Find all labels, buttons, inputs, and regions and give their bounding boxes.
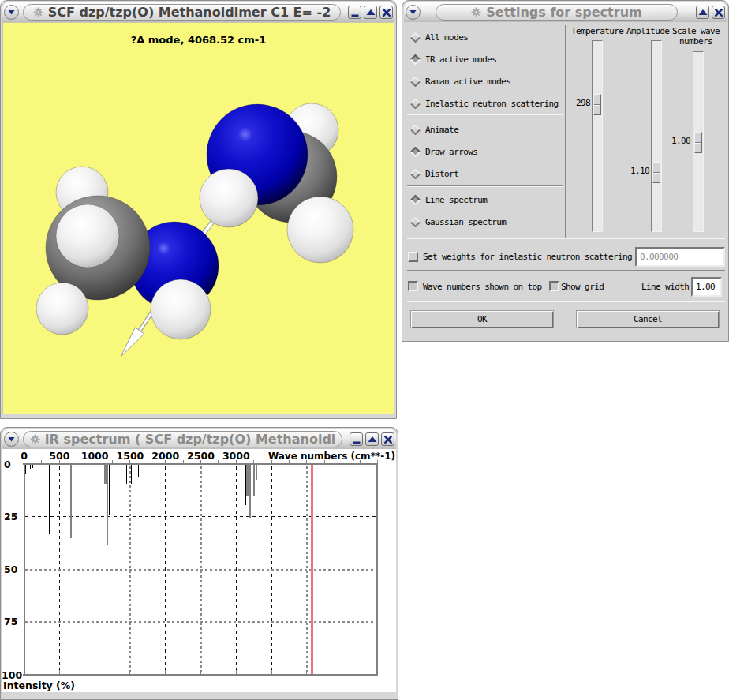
window-menu-button[interactable] bbox=[4, 432, 19, 447]
spectrum-titlebar[interactable]: IR spectrum ( SCF dzp/tzp(O) Methanoldi bbox=[2, 429, 396, 449]
close-button[interactable] bbox=[379, 6, 393, 19]
radio-animate[interactable]: Animate bbox=[410, 125, 458, 135]
x-tick-label: 500 bbox=[49, 450, 69, 462]
set-weights-label: Set weights for inelastic neutron scatte… bbox=[423, 252, 632, 262]
x-tick-label: 1500 bbox=[117, 450, 144, 462]
close-icon bbox=[713, 7, 724, 18]
maximize-button[interactable] bbox=[365, 432, 379, 446]
diamond-radio-unselected bbox=[410, 169, 421, 179]
x-tick-label: 2500 bbox=[187, 450, 215, 462]
weights-field[interactable]: 0.000000 bbox=[635, 247, 725, 267]
radio-line-spectrum[interactable]: Line spectrum bbox=[410, 195, 487, 205]
radio-label: Raman active modes bbox=[425, 77, 510, 87]
slider-value: 298 bbox=[559, 98, 590, 108]
molecule-canvas[interactable]: ?A mode, 4068.52 cm-1 bbox=[2, 22, 394, 414]
radio-label: Gaussian spectrum bbox=[425, 217, 506, 227]
molecule-title-pill[interactable]: SCF dzp/tzp(O) Methanoldimer C1 E= -2 bbox=[23, 4, 341, 21]
diamond-radio-selected bbox=[410, 54, 421, 65]
section-separator bbox=[407, 238, 725, 239]
wave-numbers-on-top-checkbox[interactable] bbox=[408, 281, 418, 291]
group-separator bbox=[407, 185, 563, 187]
spectrum-plot-area[interactable]: 050010001500200025003000Wave numbers (cm… bbox=[2, 449, 396, 692]
slider-temperature[interactable] bbox=[592, 40, 603, 232]
chevron-down-icon bbox=[409, 8, 417, 17]
ok-button-label: OK bbox=[477, 314, 487, 324]
settings-title-pill[interactable]: Settings for spectrum bbox=[436, 4, 678, 21]
diamond-radio-selected bbox=[410, 147, 421, 157]
radio-distort[interactable]: Distort bbox=[410, 169, 458, 179]
diamond-radio-unselected bbox=[410, 77, 421, 87]
minimize-button[interactable] bbox=[350, 432, 363, 446]
y-tick-label: 0 bbox=[4, 459, 11, 470]
molecule-titlebar[interactable]: SCF dzp/tzp(O) Methanoldimer C1 E= -2 bbox=[2, 2, 394, 22]
radio-label: Distort bbox=[425, 169, 458, 179]
radio-ir-active-modes[interactable]: IR active modes bbox=[410, 54, 496, 65]
slider-label: Scale wavenumbers bbox=[671, 26, 720, 47]
window-menu-button[interactable] bbox=[406, 5, 421, 20]
close-button[interactable] bbox=[381, 432, 394, 446]
group-separator bbox=[407, 114, 563, 115]
minimize-button[interactable] bbox=[348, 6, 361, 19]
window-menu-button[interactable] bbox=[4, 5, 19, 20]
ir-spectrum-chart: 050010001500200025003000Wave numbers (cm… bbox=[2, 449, 396, 692]
radio-label: IR active modes bbox=[425, 54, 496, 65]
close-icon bbox=[381, 7, 392, 18]
line-width-value: 1.00 bbox=[696, 282, 715, 292]
radio-label: Draw arrows bbox=[425, 147, 477, 157]
set-weights-checkbox[interactable] bbox=[408, 252, 418, 262]
radio-all-modes[interactable]: All modes bbox=[410, 32, 468, 43]
radio-draw-arrows[interactable]: Draw arrows bbox=[410, 147, 477, 157]
slider-thumb[interactable] bbox=[694, 132, 702, 153]
cancel-button[interactable]: Cancel bbox=[576, 310, 720, 328]
spectrum-title-pill[interactable]: IR spectrum ( SCF dzp/tzp(O) Methanoldi bbox=[23, 431, 342, 447]
ok-button[interactable]: OK bbox=[410, 310, 554, 328]
settings-window-title: Settings for spectrum bbox=[486, 5, 641, 20]
slider-value: 1.00 bbox=[659, 136, 690, 146]
slider-value: 1.10 bbox=[618, 166, 649, 176]
slider-thumb[interactable] bbox=[593, 94, 601, 115]
slider-label: Temperature bbox=[571, 26, 623, 36]
x-tick-label: 3000 bbox=[222, 450, 250, 462]
atom-H[interactable] bbox=[287, 197, 353, 263]
section-separator bbox=[407, 270, 725, 271]
section-separator bbox=[407, 301, 725, 302]
slider-scale-wave-numbers[interactable] bbox=[693, 51, 704, 232]
weights-value: 0.000000 bbox=[640, 252, 678, 262]
minimize-icon bbox=[350, 7, 361, 18]
settings-body: All modesIR active modesRaman active mod… bbox=[404, 22, 727, 334]
radio-label: All modes bbox=[425, 32, 468, 43]
diamond-radio-selected bbox=[410, 195, 421, 205]
slider-thumb[interactable] bbox=[652, 162, 660, 183]
radio-raman-active-modes[interactable]: Raman active modes bbox=[410, 77, 510, 87]
close-button[interactable] bbox=[712, 6, 725, 19]
radio-label: Animate bbox=[425, 125, 458, 135]
diamond-radio-unselected bbox=[410, 99, 421, 109]
maximize-button[interactable] bbox=[696, 6, 709, 19]
molecule-window: SCF dzp/tzp(O) Methanoldimer C1 E= -2 ?A… bbox=[0, 0, 397, 419]
x-tick-label: 1000 bbox=[81, 450, 109, 462]
settings-window: Settings for spectrum All modesIR active… bbox=[402, 0, 729, 342]
maximize-icon bbox=[367, 434, 378, 445]
atom-H[interactable] bbox=[151, 279, 211, 339]
show-grid-label: Show grid bbox=[561, 282, 604, 292]
maximize-button[interactable] bbox=[364, 6, 377, 19]
atom-H[interactable] bbox=[36, 283, 88, 335]
radio-inelastic-neutron-scattering[interactable]: Inelastic neutron scattering bbox=[410, 99, 559, 109]
chevron-down-icon bbox=[7, 435, 16, 444]
wave-numbers-on-top-label: Wave numbers shown on top bbox=[423, 282, 542, 292]
line-width-field[interactable]: 1.00 bbox=[691, 277, 722, 297]
settings-titlebar[interactable]: Settings for spectrum bbox=[404, 2, 727, 22]
y-axis-title: Intensity (%) bbox=[3, 679, 75, 691]
line-width-label: Line width bbox=[641, 282, 689, 292]
displacement-arrow-head bbox=[121, 328, 144, 357]
atom-H[interactable] bbox=[200, 169, 258, 227]
chevron-down-icon bbox=[7, 8, 16, 17]
radio-gaussian-spectrum[interactable]: Gaussian spectrum bbox=[410, 217, 506, 227]
radio-label: Inelastic neutron scattering bbox=[425, 99, 559, 109]
show-grid-checkbox[interactable] bbox=[549, 281, 559, 291]
diamond-radio-unselected bbox=[410, 217, 421, 227]
atom-H[interactable] bbox=[56, 204, 119, 268]
gear-icon bbox=[33, 7, 43, 17]
y-tick-label: 25 bbox=[4, 511, 17, 522]
maximize-icon bbox=[697, 7, 708, 18]
